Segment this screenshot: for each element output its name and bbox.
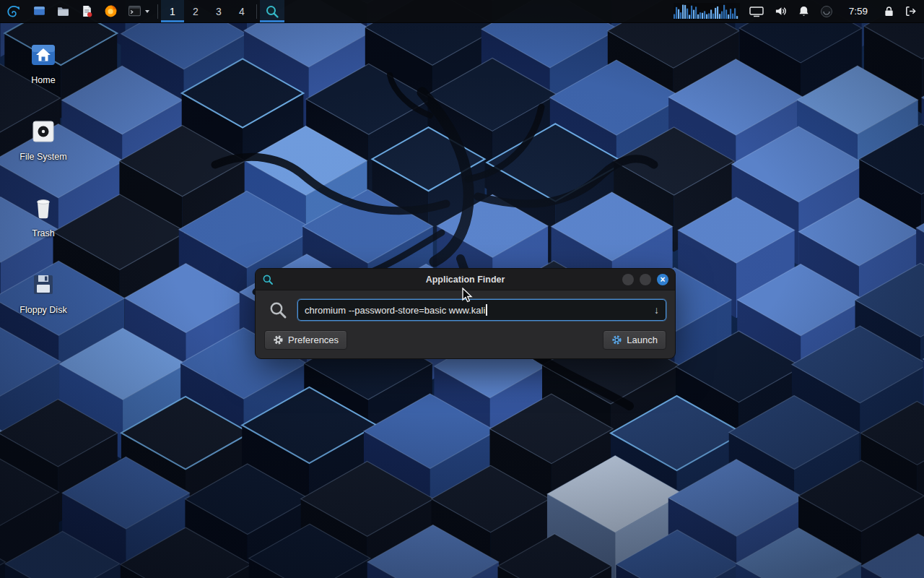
launcher-file-manager[interactable] xyxy=(51,0,75,22)
application-finder-window: Application Finder × chromium --password… xyxy=(255,268,676,359)
chevron-down-icon[interactable] xyxy=(145,10,149,13)
preferences-label: Preferences xyxy=(288,335,339,345)
close-icon: × xyxy=(660,275,665,284)
tray-logout[interactable] xyxy=(899,0,924,22)
desktop-icon-label: Trash xyxy=(32,228,55,238)
kali-menu-button[interactable] xyxy=(0,0,27,22)
terminal-icon xyxy=(128,4,141,18)
preferences-button[interactable]: Preferences xyxy=(264,330,347,350)
desktop-icon-label: File System xyxy=(19,152,66,162)
launch-label: Launch xyxy=(627,335,658,345)
launcher-show-desktop[interactable] xyxy=(27,0,51,22)
home-folder-icon xyxy=(27,39,59,71)
tray-display[interactable] xyxy=(744,0,769,22)
tray-status[interactable] xyxy=(815,0,838,22)
desktop-icon-home[interactable]: Home xyxy=(9,36,78,88)
workspace-4-label: 4 xyxy=(235,6,248,17)
panel-separator xyxy=(256,4,257,19)
titlebar[interactable]: Application Finder × xyxy=(256,269,675,290)
logout-icon xyxy=(905,5,917,17)
tray-volume[interactable] xyxy=(769,0,793,22)
workspace-4[interactable]: 4 xyxy=(230,0,253,22)
tray-lock[interactable] xyxy=(879,0,899,22)
launch-icon xyxy=(611,335,622,345)
volume-icon xyxy=(774,5,788,17)
window-title: Application Finder xyxy=(256,275,675,285)
file-system-drive-icon xyxy=(27,116,59,147)
desktop-icon-trash[interactable]: Trash xyxy=(9,189,78,241)
dropdown-arrow-icon[interactable]: ↓ xyxy=(654,304,659,316)
command-input[interactable]: chromium --password-store=basic www.kali… xyxy=(297,299,666,321)
window-controls: × xyxy=(622,274,668,285)
notifications-bell-icon xyxy=(798,5,810,17)
floppy-disk-icon xyxy=(27,269,59,301)
workspace-1[interactable]: 1 xyxy=(161,0,184,22)
desktop-icon-column: Home File System Trash Floppy Disk xyxy=(9,36,78,318)
kali-logo-icon xyxy=(5,3,22,20)
launcher-firefox[interactable] xyxy=(99,0,123,22)
trash-icon xyxy=(27,192,59,224)
desktop-icon-label: Home xyxy=(31,75,55,85)
search-row: chromium --password-store=basic www.kali… xyxy=(256,290,675,327)
task-application-finder[interactable] xyxy=(260,0,284,22)
tray-notifications[interactable] xyxy=(793,0,815,22)
top-panel: 1 2 3 4 xyxy=(0,0,924,23)
clock[interactable]: 7:59 xyxy=(838,0,879,22)
workspace-1-label: 1 xyxy=(166,6,179,17)
folder-icon xyxy=(56,4,70,18)
panel-left: 1 2 3 4 xyxy=(0,0,284,22)
cpu-graph[interactable] xyxy=(674,3,740,20)
firefox-icon xyxy=(104,4,118,18)
gear-icon xyxy=(273,335,284,345)
panel-right: 7:59 xyxy=(669,0,924,22)
desktop-icon-floppy-disk[interactable]: Floppy Disk xyxy=(9,266,78,318)
panel-separator xyxy=(157,4,158,19)
text-caret xyxy=(486,304,487,316)
window-app-icon xyxy=(262,274,274,285)
clock-label: 7:59 xyxy=(843,6,873,17)
application-finder-icon xyxy=(265,4,279,19)
minimize-button[interactable] xyxy=(622,274,634,285)
workspace-2[interactable]: 2 xyxy=(184,0,207,22)
cpu-graph-bars xyxy=(674,3,740,20)
desktop-icon-file-system[interactable]: File System xyxy=(9,113,78,165)
close-button[interactable]: × xyxy=(657,274,668,285)
action-row: Preferences Launch xyxy=(256,327,675,358)
launch-button[interactable]: Launch xyxy=(603,330,666,350)
desktop-icon-label: Floppy Disk xyxy=(19,305,66,315)
lock-icon xyxy=(884,5,894,17)
search-icon xyxy=(269,301,287,319)
document-icon xyxy=(80,4,94,18)
command-input-value: chromium --password-store=basic www.kali xyxy=(305,305,485,316)
status-circle-icon xyxy=(820,5,833,18)
window-icon xyxy=(32,4,46,18)
launcher-text-editor[interactable] xyxy=(75,0,99,22)
launcher-terminal[interactable] xyxy=(123,0,154,22)
workspace-2-label: 2 xyxy=(189,6,202,17)
display-icon xyxy=(749,6,764,17)
workspace-3-label: 3 xyxy=(212,6,225,17)
maximize-button[interactable] xyxy=(640,274,651,285)
workspace-3[interactable]: 3 xyxy=(207,0,230,22)
